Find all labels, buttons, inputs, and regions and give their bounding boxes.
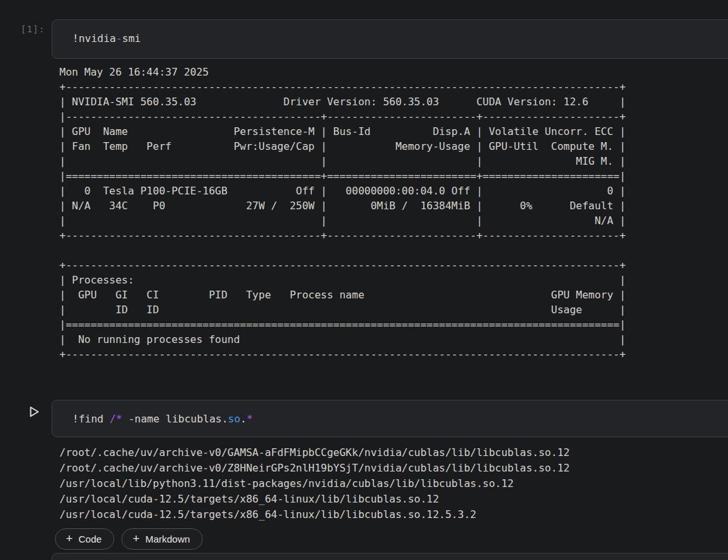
add-markdown-button[interactable]: + Markdown (121, 528, 203, 550)
code-token: smi (122, 32, 141, 45)
code-cell-input-2[interactable]: !find /* -name libcublas.so.* (52, 400, 728, 437)
plus-icon: + (66, 533, 73, 544)
cell-output-nvidia-smi: Mon May 26 16:44:37 2025 +--------------… (59, 65, 626, 362)
execution-count: [1]: (21, 24, 45, 34)
code-token-operator: * (247, 413, 253, 425)
code-token: !nvidia (72, 32, 116, 45)
code-line-2: !find /* -name libcublas.so.* (52, 400, 728, 426)
plus-icon: + (132, 533, 140, 544)
add-markdown-label: Markdown (145, 534, 190, 544)
code-token-keyword: so (228, 413, 240, 425)
cell-output-find-paths: /root/.cache/uv/archive-v0/GAMSA-aFdFMip… (59, 445, 570, 523)
add-code-button[interactable]: + Code (55, 528, 114, 550)
run-cell-icon[interactable] (28, 406, 41, 419)
add-cell-toolbar: + Code + Markdown (55, 528, 203, 550)
code-token-operator: /* (110, 413, 122, 425)
code-token: -name libcublas. (122, 413, 228, 425)
code-line-1: !nvidia-smi (52, 20, 728, 45)
code-token: !find (72, 413, 110, 425)
code-token: . (240, 413, 247, 425)
code-token-operator: - (116, 32, 122, 45)
play-triangle-icon (29, 406, 40, 418)
add-code-label: Code (79, 534, 102, 544)
code-cell-input-1[interactable]: !nvidia-smi (52, 19, 728, 59)
next-cell-input-partial[interactable] (52, 553, 728, 560)
